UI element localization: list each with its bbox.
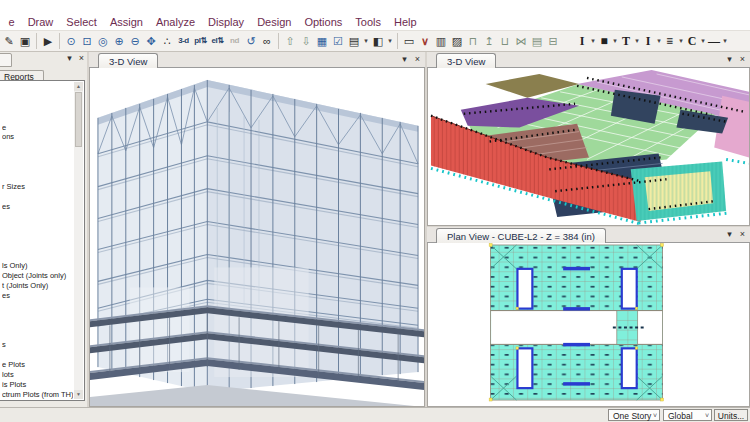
building-view-options-icon[interactable]: ▤	[346, 31, 362, 51]
pan-icon[interactable]: ✥	[143, 31, 159, 51]
channel-section-icon[interactable]: C	[685, 31, 699, 51]
dropdown-caret-icon[interactable]: ▾	[362, 31, 370, 51]
zoom-previous-icon[interactable]: ◎	[95, 31, 111, 51]
report-tree-item[interactable]	[2, 113, 73, 123]
draw-ramp-icon[interactable]: ⋈	[513, 31, 529, 51]
sidebar-tab-stub[interactable]	[0, 53, 12, 67]
story-selector-dropdown[interactable]: One Story ˅	[608, 409, 660, 421]
dropdown-caret-icon[interactable]: ▾	[677, 31, 685, 51]
zoom-window-icon[interactable]: ⊡	[79, 31, 95, 51]
pane-close-icon[interactable]: ×	[740, 54, 745, 64]
dropdown-caret-icon[interactable]: ▾	[633, 31, 641, 51]
main-3d-viewport[interactable]	[89, 68, 425, 407]
pencil-icon[interactable]: ✎	[1, 31, 17, 51]
draw-floor-icon[interactable]: ▥	[433, 31, 449, 51]
snap-points-icon[interactable]: ∴	[159, 31, 175, 51]
draw-deck-icon[interactable]: ▨	[449, 31, 465, 51]
report-tree-item[interactable]: ons	[2, 132, 73, 142]
zoom-out-icon[interactable]: ⊖	[127, 31, 143, 51]
slab-section-icon[interactable]: ■	[597, 31, 611, 51]
report-tree-item[interactable]	[2, 152, 73, 162]
menu-item[interactable]: Select	[60, 16, 104, 28]
report-tree-item[interactable]	[2, 350, 73, 360]
draw-rect-icon[interactable]: ▭	[401, 31, 417, 51]
scroll-up-icon[interactable]: ▲	[74, 82, 83, 91]
report-tree-item[interactable]	[2, 83, 73, 93]
tab-plan-view[interactable]: Plan View - CUBE-L2 - Z = 384 (in)	[436, 228, 606, 243]
report-tree-item[interactable]	[2, 93, 73, 103]
dropdown-caret-icon[interactable]: ▾	[589, 31, 597, 51]
dropdown-caret-icon[interactable]: ▾	[655, 31, 663, 51]
dropdown-caret-icon[interactable]: ▾	[699, 31, 707, 51]
report-tree-item[interactable]: e	[2, 123, 73, 133]
menu-item[interactable]: Design	[251, 16, 298, 28]
pane-menu-caret-icon[interactable]: ▾	[727, 229, 732, 239]
menu-item[interactable]: Tools	[349, 16, 388, 28]
pane-menu-caret-icon[interactable]: ▾	[402, 54, 407, 64]
report-tree-item[interactable]	[2, 142, 73, 152]
pane-close-icon[interactable]: ×	[415, 54, 420, 64]
object-view-options-icon[interactable]: ◧	[370, 31, 386, 51]
report-tree-item[interactable]: is Plots	[2, 380, 73, 390]
draw-joint-icon[interactable]: ↥	[481, 31, 497, 51]
report-tree-item[interactable]: t (Joints Only)	[2, 281, 73, 291]
rotate-3d-view-icon[interactable]: ↺	[243, 31, 259, 51]
report-tree-item[interactable]: es	[2, 202, 73, 212]
report-tree-item[interactable]: Object (Joints only)	[2, 271, 73, 281]
tab-3d-view-secondary[interactable]: 3-D View	[436, 53, 496, 68]
bar-section-icon[interactable]: —	[707, 31, 721, 51]
view-3d-icon[interactable]: 3-d	[175, 31, 192, 51]
report-tree-item[interactable]	[2, 251, 73, 261]
perspective-toggle-icon[interactable]: ∞	[259, 31, 275, 51]
report-tree-item[interactable]	[2, 301, 73, 311]
named-display-icon[interactable]: nd	[226, 31, 243, 51]
zoom-in-icon[interactable]: ⊕	[111, 31, 127, 51]
lock-icon[interactable]: ▣	[17, 31, 33, 51]
menu-item[interactable]: Draw	[21, 16, 60, 28]
report-tree-item[interactable]	[2, 330, 73, 340]
run-analysis-icon[interactable]: ▶	[40, 31, 56, 51]
display-options-icon[interactable]: ☑	[330, 31, 346, 51]
report-tree-item[interactable]	[2, 212, 73, 222]
report-tree-item[interactable]	[2, 231, 73, 241]
dropdown-caret-icon[interactable]: ▾	[386, 31, 394, 51]
draw-brace-icon[interactable]: ∨	[417, 31, 433, 51]
panel-menu-caret-icon[interactable]: ▾	[67, 53, 72, 63]
report-tree-item[interactable]: s	[2, 340, 73, 350]
coordinate-system-dropdown[interactable]: Global ˅	[663, 409, 712, 421]
draw-frame-icon[interactable]: ⊓	[465, 31, 481, 51]
report-tree-item[interactable]	[2, 310, 73, 320]
scroll-down-icon[interactable]: ▼	[74, 390, 83, 399]
menu-item[interactable]: Options	[298, 16, 349, 28]
move-up-story-icon[interactable]: ⇧	[282, 31, 298, 51]
dropdown-caret-icon[interactable]: ▾	[721, 31, 729, 51]
tee-section-icon[interactable]: T	[619, 31, 633, 51]
plan-viewport[interactable]	[427, 243, 750, 407]
i-beam-section-icon[interactable]: Ι	[641, 31, 655, 51]
report-tree-item[interactable]: lots	[2, 370, 73, 380]
report-tree-item[interactable]	[2, 320, 73, 330]
plan-view-icon[interactable]: pl⇅	[192, 31, 209, 51]
panel-close-icon[interactable]: ×	[79, 53, 84, 63]
secondary-3d-viewport[interactable]	[427, 68, 750, 226]
pane-close-icon[interactable]: ×	[740, 229, 745, 239]
report-tree-item[interactable]	[2, 241, 73, 251]
draw-slab-icon[interactable]: ⊟	[545, 31, 561, 51]
report-tree-item[interactable]: r Sizes	[2, 182, 73, 192]
tab-3d-view[interactable]: 3-D View	[98, 53, 158, 68]
move-down-story-icon[interactable]: ⇩	[298, 31, 314, 51]
menu-item[interactable]: Help	[387, 16, 423, 28]
reports-scrollbar[interactable]: ▲ ▼	[74, 82, 83, 399]
draw-panel-icon[interactable]: ▤	[529, 31, 545, 51]
report-tree-item[interactable]: es	[2, 291, 73, 301]
report-tree-item[interactable]: ctrum Plots (from TH)	[2, 390, 73, 399]
zoom-extents-icon[interactable]: ⊙	[63, 31, 79, 51]
report-tree-item[interactable]: e Plots	[2, 360, 73, 370]
report-tree-item[interactable]: ls Only)	[2, 261, 73, 271]
report-tree-item[interactable]	[2, 192, 73, 202]
report-tree-item[interactable]	[2, 221, 73, 231]
dropdown-caret-icon[interactable]: ▾	[611, 31, 619, 51]
steel-i-section-icon[interactable]: I	[575, 31, 589, 51]
object-shrink-icon[interactable]: ▦	[314, 31, 330, 51]
deck-section-icon[interactable]: ≡	[663, 31, 677, 51]
